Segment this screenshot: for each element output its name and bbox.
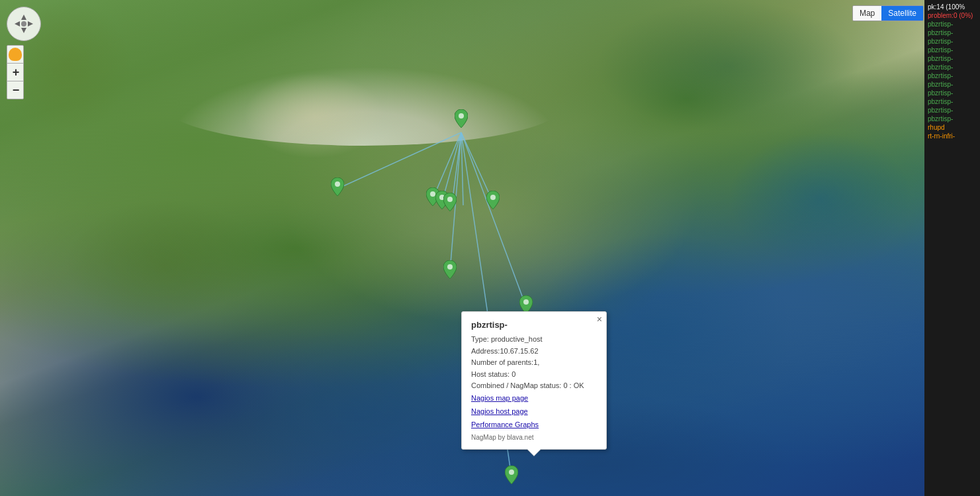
svg-point-13 — [447, 197, 453, 202]
map-pin-1[interactable] — [455, 109, 468, 128]
popup-type: Type: productive_host — [471, 334, 597, 346]
panel-host-item-9[interactable]: pbzrtisp- — [926, 97, 979, 106]
svg-point-22 — [21, 21, 26, 26]
map-btn[interactable]: Map — [853, 6, 881, 21]
svg-point-10 — [335, 181, 340, 187]
svg-marker-18 — [21, 15, 26, 20]
map-pin-8[interactable] — [443, 260, 457, 279]
nagios-host-page-link[interactable]: Nagios host page — [471, 405, 597, 419]
panel-host-item-7[interactable]: pbzrtisp- — [926, 80, 979, 89]
right-panel: pk:14 (100% problem:0 (0%) pbzrtisp-pbzr… — [924, 0, 980, 496]
nagios-map-page-link[interactable]: Nagios map page — [471, 392, 597, 405]
panel-host-item-5[interactable]: pbzrtisp- — [926, 63, 979, 72]
panel-host-item-8[interactable]: pbzrtisp- — [926, 89, 979, 97]
map-pin-10[interactable] — [505, 466, 518, 484]
popup-address: Address:10.67.15.62 — [471, 346, 597, 358]
svg-marker-21 — [28, 21, 33, 26]
panel-host-item-0[interactable]: pbzrtisp- — [926, 20, 979, 28]
popup-title: pbzrtisp- — [471, 320, 597, 330]
map-pin-5[interactable] — [443, 193, 457, 211]
popup-parents: Number of parents:1, — [471, 357, 597, 369]
svg-point-14 — [490, 195, 496, 200]
svg-marker-19 — [21, 28, 26, 33]
panel-host-item-10[interactable]: pbzrtisp- — [926, 106, 979, 115]
satellite-btn[interactable]: Satellite — [881, 6, 923, 21]
popup-host-status: Host status: 0 — [471, 369, 597, 381]
panel-host-item-1[interactable]: pbzrtisp- — [926, 28, 979, 37]
map-controls: + − — [7, 7, 41, 99]
pegman-control[interactable] — [9, 48, 22, 61]
zoom-in-button[interactable]: + — [7, 64, 24, 81]
mountain-terrain — [165, 66, 562, 146]
panel-host-item-2[interactable]: pbzrtisp- — [926, 37, 979, 46]
map-pin-2[interactable] — [331, 177, 344, 196]
performance-graphs-link[interactable]: Performance Graphs — [471, 419, 597, 432]
panel-host-item-3[interactable]: pbzrtisp- — [926, 46, 979, 54]
svg-point-11 — [430, 191, 435, 197]
map-container[interactable]: + − Map Satellite × pbzrtisp- Type: prod… — [0, 0, 980, 496]
panel-host-item-4[interactable]: pbzrtisp- — [926, 54, 979, 63]
panel-host-item-13[interactable]: rt-rn-infri- — [926, 132, 979, 140]
panel-host-item-6[interactable]: pbzrtisp- — [926, 72, 979, 80]
zoom-out-button[interactable]: − — [7, 81, 24, 99]
svg-point-9 — [459, 113, 464, 119]
svg-point-16 — [523, 299, 529, 305]
panel-host-item-12[interactable]: rhupd — [926, 123, 979, 132]
popup-close-button[interactable]: × — [597, 315, 602, 324]
map-type-toggle: Map Satellite — [852, 5, 924, 21]
svg-marker-20 — [15, 21, 20, 26]
panel-counter: pk:14 (100% — [926, 3, 979, 11]
popup-combined: Combined / NagMap status: 0 : OK — [471, 380, 597, 392]
panel-problem: problem:0 (0%) — [926, 11, 979, 20]
popup-footer: NagMap by blava.net — [471, 434, 597, 441]
panel-host-item-11[interactable]: pbzrtisp- — [926, 115, 979, 123]
svg-point-17 — [509, 470, 514, 475]
pan-control[interactable] — [7, 7, 41, 41]
host-info-popup: × pbzrtisp- Type: productive_host Addres… — [461, 311, 607, 450]
svg-point-15 — [447, 264, 453, 270]
map-pin-7[interactable] — [486, 191, 500, 209]
host-list: pbzrtisp-pbzrtisp-pbzrtisp-pbzrtisp-pbzr… — [926, 20, 979, 140]
